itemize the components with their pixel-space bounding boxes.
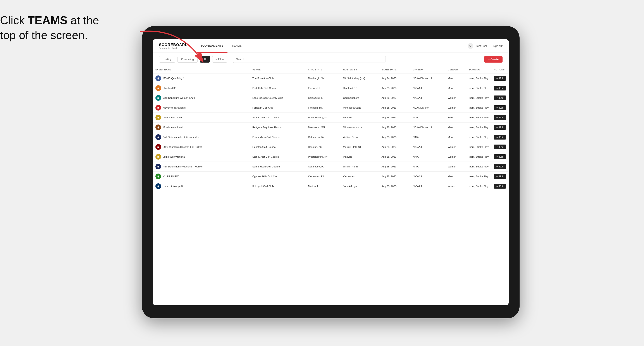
cell-city: Galesburg, IL (306, 93, 340, 103)
search-input[interactable] (233, 56, 386, 63)
edit-label: Edit (499, 156, 504, 158)
table-row: ◉ UPIKE Fall Invite StoneCrest Golf Cour… (153, 113, 509, 123)
cell-venue: Edmundson Golf Course (250, 162, 306, 172)
edit-button[interactable]: ✏ Edit (494, 174, 506, 179)
cell-actions: ✏ Edit (491, 172, 509, 181)
cell-actions: ✏ Edit (491, 123, 509, 132)
cell-scoring: team, Stroke Play (466, 172, 491, 181)
cell-venue: Park Hills Golf Course (250, 83, 306, 93)
table-row: ◉ Fall Statesmen Invitational - Women Ed… (153, 162, 509, 172)
event-icon: ◉ (156, 85, 161, 91)
edit-button[interactable]: ✏ Edit (494, 105, 506, 110)
nav-teams[interactable]: TEAMS (228, 39, 246, 53)
tablet-screen: SCOREBOARD Powered by clippd TOURNAMENTS… (153, 39, 509, 305)
table-row: ◉ Highland 36 Park Hills Golf Course Fre… (153, 83, 509, 93)
cell-date: Aug 28, 2023 (379, 103, 410, 113)
cell-date: Aug 28, 2023 (379, 132, 410, 142)
col-header-gender: GENDER (445, 66, 466, 73)
table-row: ◉ Maverick Invitational Faribault Golf C… (153, 103, 509, 113)
table-row: ◉ Morris Invitational Ruttger's Bay Lake… (153, 123, 509, 132)
event-icon: ◉ (156, 95, 161, 101)
event-icon: ◉ (156, 105, 161, 111)
edit-label: Edit (499, 77, 504, 80)
cell-hosted: Minnesota-Morris (340, 123, 379, 132)
edit-label: Edit (499, 97, 504, 99)
instruction-arrow (126, 25, 214, 73)
edit-icon: ✏ (496, 107, 498, 109)
edit-button[interactable]: ✏ Edit (494, 154, 506, 159)
cell-city: Oskaloosa, IA (306, 162, 340, 172)
cell-event-name: ◉ 2023 Women's Hesston Fall Kickoff (153, 142, 250, 152)
edit-button[interactable]: ✏ Edit (494, 96, 506, 100)
edit-button[interactable]: ✏ Edit (494, 145, 506, 149)
cell-city: Oskaloosa, IA (306, 132, 340, 142)
cell-venue: Lake Bracken Country Club (250, 93, 306, 103)
col-header-division: DIVISION (410, 66, 445, 73)
cell-hosted: Carl Sandburg (340, 93, 379, 103)
cell-event-name: ◉ Klash at Kokopelli (153, 181, 250, 191)
cell-date: Aug 28, 2023 (379, 142, 410, 152)
edit-button[interactable]: ✏ Edit (494, 125, 506, 130)
cell-scoring: team, Stroke Play (466, 162, 491, 172)
event-name: Morris Invitational (163, 126, 182, 129)
event-icon: ◉ (156, 173, 161, 179)
cell-venue: Faribault Golf Club (250, 103, 306, 113)
col-header-actions: ACTIONS (491, 66, 509, 73)
cell-event-name: ◉ Highland 36 (153, 83, 250, 93)
user-icon: ⚙ (468, 43, 473, 49)
header-right: ⚙ Test User | Sign out (468, 43, 502, 49)
cell-gender: Men (445, 73, 466, 83)
cell-event-name: ◉ UPIKE Fall Invite (153, 113, 250, 123)
event-name: Carl Sandburg Women FA23 (163, 97, 195, 99)
cell-date: Aug 24, 2023 (379, 73, 410, 83)
cell-actions: ✏ Edit (491, 181, 509, 191)
cell-venue: The Powelton Club (250, 73, 306, 83)
cell-city: Newburgh, NY (306, 73, 340, 83)
edit-button[interactable]: ✏ Edit (494, 135, 506, 140)
cell-date: Aug 28, 2023 (379, 123, 410, 132)
cell-event-name: ◉ Morris Invitational (153, 123, 250, 132)
cell-gender: Men (445, 132, 466, 142)
event-name: 2023 Women's Hesston Fall Kickoff (163, 146, 202, 148)
table-row: ◉ 2023 Women's Hesston Fall Kickoff Hess… (153, 142, 509, 152)
edit-label: Edit (499, 175, 504, 178)
edit-button[interactable]: ✏ Edit (494, 164, 506, 169)
edit-button[interactable]: ✏ Edit (494, 184, 506, 188)
cell-scoring: team, Stroke Play (466, 123, 491, 132)
edit-icon: ✏ (496, 116, 498, 119)
edit-button[interactable]: ✏ Edit (494, 115, 506, 120)
event-name: MSMC Qualifying 1 (163, 77, 184, 80)
cell-actions: ✏ Edit (491, 103, 509, 113)
cell-scoring: team, Stroke Play (466, 73, 491, 83)
cell-division: NICAA I (410, 83, 445, 93)
edit-icon: ✏ (496, 146, 498, 148)
table-container[interactable]: EVENT NAME VENUE CITY, STATE HOSTED BY S… (153, 66, 509, 305)
cell-event-name: ◉ Fall Statesmen Invitational - Men (153, 132, 250, 142)
sign-out-link[interactable]: Sign out (493, 44, 502, 47)
cell-actions: ✏ Edit (491, 142, 509, 152)
cell-hosted: Highland CC (340, 83, 379, 93)
cell-city: Faribault, MN (306, 103, 340, 113)
edit-button[interactable]: ✏ Edit (494, 86, 506, 90)
table-row: ◉ VU PREVIEW Cypress Hills Golf Club Vin… (153, 172, 509, 181)
filter-button[interactable]: ≡ Filter (212, 56, 227, 63)
edit-button[interactable]: ✏ Edit (494, 76, 506, 81)
event-icon: ◉ (156, 75, 161, 81)
create-button[interactable]: + Create (484, 56, 502, 63)
cell-gender: Women (445, 152, 466, 162)
event-icon: ◉ (156, 154, 161, 160)
cell-gender: Women (445, 162, 466, 172)
cell-hosted: Mt. Saint Mary (NY) (340, 73, 379, 83)
instruction-text: Click TEAMS at the top of the screen. (0, 13, 135, 42)
event-icon: ◉ (156, 125, 161, 130)
cell-division: NCAA Division III (410, 123, 445, 132)
edit-label: Edit (499, 165, 504, 168)
event-name: Fall Statesmen Invitational - Women (163, 165, 203, 168)
event-icon: ◉ (156, 183, 161, 189)
cell-hosted: Murray State (OK) (340, 142, 379, 152)
cell-date: Aug 25, 2023 (379, 83, 410, 93)
cell-hosted: William Penn (340, 162, 379, 172)
cell-division: NAIA (410, 113, 445, 123)
cell-city: Vincennes, IN (306, 172, 340, 181)
cell-division: NICAA I (410, 93, 445, 103)
